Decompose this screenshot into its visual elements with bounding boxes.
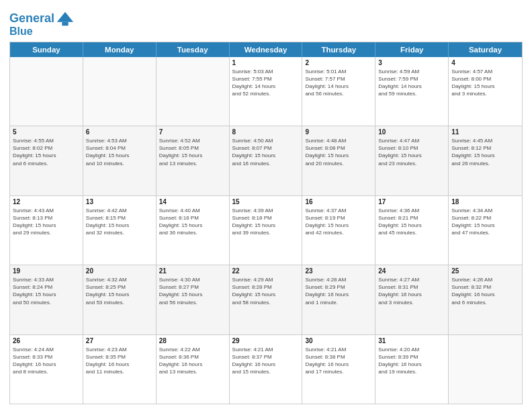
day-cell-15: 15Sunrise: 4:39 AM Sunset: 8:18 PM Dayli… [230,196,303,265]
cell-info: Sunrise: 4:21 AM Sunset: 8:38 PM Dayligh… [305,346,372,376]
empty-cell-r4c6 [449,335,522,404]
day-cell-9: 9Sunrise: 4:48 AM Sunset: 8:08 PM Daylig… [302,126,375,195]
cell-info: Sunrise: 4:26 AM Sunset: 8:32 PM Dayligh… [451,276,519,306]
day-cell-21: 21Sunrise: 4:30 AM Sunset: 8:27 PM Dayli… [157,265,230,334]
day-number: 12 [13,198,80,205]
day-cell-24: 24Sunrise: 4:27 AM Sunset: 8:31 PM Dayli… [375,265,449,334]
day-cell-4: 4Sunrise: 4:57 AM Sunset: 8:00 PM Daylig… [449,57,522,126]
day-cell-30: 30Sunrise: 4:21 AM Sunset: 8:38 PM Dayli… [302,335,375,404]
day-number: 24 [378,267,445,275]
day-number: 21 [159,267,226,275]
calendar-body: 1Sunrise: 5:03 AM Sunset: 7:55 PM Daylig… [10,57,522,404]
cell-info: Sunrise: 4:29 AM Sunset: 8:28 PM Dayligh… [232,276,300,306]
day-cell-12: 12Sunrise: 4:43 AM Sunset: 8:13 PM Dayli… [10,196,83,265]
cal-header-sunday: Sunday [10,42,83,57]
cell-info: Sunrise: 4:21 AM Sunset: 8:37 PM Dayligh… [232,346,300,376]
day-number: 18 [451,198,519,205]
cell-info: Sunrise: 4:52 AM Sunset: 8:05 PM Dayligh… [159,137,226,167]
day-number: 30 [305,337,372,345]
logo: General Blue [9,9,75,38]
day-number: 1 [232,59,300,66]
day-cell-31: 31Sunrise: 4:20 AM Sunset: 8:39 PM Dayli… [375,335,449,404]
day-cell-14: 14Sunrise: 4:40 AM Sunset: 8:16 PM Dayli… [157,196,230,265]
day-cell-13: 13Sunrise: 4:42 AM Sunset: 8:15 PM Dayli… [83,196,157,265]
cal-header-saturday: Saturday [449,42,522,57]
cell-info: Sunrise: 4:40 AM Sunset: 8:16 PM Dayligh… [159,207,226,237]
cell-info: Sunrise: 4:37 AM Sunset: 8:19 PM Dayligh… [305,207,372,237]
logo-icon [56,9,75,28]
cell-info: Sunrise: 4:39 AM Sunset: 8:18 PM Dayligh… [232,207,300,237]
cell-info: Sunrise: 4:42 AM Sunset: 8:15 PM Dayligh… [86,207,153,237]
day-cell-22: 22Sunrise: 4:29 AM Sunset: 8:28 PM Dayli… [230,265,303,334]
calendar-row-4: 19Sunrise: 4:33 AM Sunset: 8:24 PM Dayli… [10,265,522,334]
empty-cell-r0c0 [10,57,83,126]
empty-cell-r0c1 [83,57,157,126]
cell-info: Sunrise: 4:50 AM Sunset: 8:07 PM Dayligh… [232,137,300,167]
day-cell-5: 5Sunrise: 4:55 AM Sunset: 8:02 PM Daylig… [10,126,83,195]
cell-info: Sunrise: 4:28 AM Sunset: 8:29 PM Dayligh… [305,276,372,306]
day-cell-8: 8Sunrise: 4:50 AM Sunset: 8:07 PM Daylig… [230,126,303,195]
day-cell-1: 1Sunrise: 5:03 AM Sunset: 7:55 PM Daylig… [230,57,303,126]
day-number: 11 [451,128,519,136]
calendar-row-1: 1Sunrise: 5:03 AM Sunset: 7:55 PM Daylig… [10,57,522,126]
day-number: 14 [159,198,226,205]
calendar-row-3: 12Sunrise: 4:43 AM Sunset: 8:13 PM Dayli… [10,195,522,265]
day-number: 27 [86,337,153,345]
day-cell-20: 20Sunrise: 4:32 AM Sunset: 8:25 PM Dayli… [83,265,157,334]
day-number: 4 [451,59,519,66]
cell-info: Sunrise: 4:33 AM Sunset: 8:24 PM Dayligh… [13,276,80,306]
day-cell-3: 3Sunrise: 4:59 AM Sunset: 7:59 PM Daylig… [375,57,449,126]
day-number: 26 [13,337,80,345]
day-number: 6 [86,128,153,136]
day-number: 28 [159,337,226,345]
day-number: 15 [232,198,300,205]
day-number: 3 [378,59,445,66]
day-number: 29 [232,337,300,345]
day-number: 25 [451,267,519,275]
day-number: 16 [305,198,372,205]
day-cell-26: 26Sunrise: 4:24 AM Sunset: 8:33 PM Dayli… [10,335,83,404]
cell-info: Sunrise: 4:34 AM Sunset: 8:22 PM Dayligh… [451,207,519,237]
calendar-row-5: 26Sunrise: 4:24 AM Sunset: 8:33 PM Dayli… [10,334,522,404]
cell-info: Sunrise: 4:24 AM Sunset: 8:33 PM Dayligh… [13,346,80,376]
day-cell-11: 11Sunrise: 4:45 AM Sunset: 8:12 PM Dayli… [449,126,522,195]
day-cell-7: 7Sunrise: 4:52 AM Sunset: 8:05 PM Daylig… [157,126,230,195]
svg-rect-1 [62,22,68,26]
day-number: 31 [378,337,445,345]
day-cell-19: 19Sunrise: 4:33 AM Sunset: 8:24 PM Dayli… [10,265,83,334]
day-cell-2: 2Sunrise: 5:01 AM Sunset: 7:57 PM Daylig… [302,57,375,126]
day-number: 7 [159,128,226,136]
cell-info: Sunrise: 4:30 AM Sunset: 8:27 PM Dayligh… [159,276,226,306]
cell-info: Sunrise: 5:03 AM Sunset: 7:55 PM Dayligh… [232,68,300,98]
cell-info: Sunrise: 4:43 AM Sunset: 8:13 PM Dayligh… [13,207,80,237]
day-cell-27: 27Sunrise: 4:23 AM Sunset: 8:35 PM Dayli… [83,335,157,404]
day-number: 13 [86,198,153,205]
day-cell-6: 6Sunrise: 4:53 AM Sunset: 8:04 PM Daylig… [83,126,157,195]
calendar: SundayMondayTuesdayWednesdayThursdayFrid… [9,42,523,404]
cell-info: Sunrise: 4:27 AM Sunset: 8:31 PM Dayligh… [378,276,445,306]
day-cell-17: 17Sunrise: 4:36 AM Sunset: 8:21 PM Dayli… [375,196,449,265]
cell-info: Sunrise: 4:47 AM Sunset: 8:10 PM Dayligh… [378,137,445,167]
cell-info: Sunrise: 4:36 AM Sunset: 8:21 PM Dayligh… [378,207,445,237]
day-number: 2 [305,59,372,66]
calendar-row-2: 5Sunrise: 4:55 AM Sunset: 8:02 PM Daylig… [10,126,522,195]
day-cell-18: 18Sunrise: 4:34 AM Sunset: 8:22 PM Dayli… [449,196,522,265]
day-number: 10 [378,128,445,136]
day-number: 19 [13,267,80,275]
day-number: 22 [232,267,300,275]
cell-info: Sunrise: 4:23 AM Sunset: 8:35 PM Dayligh… [86,346,153,376]
day-number: 9 [305,128,372,136]
calendar-header: SundayMondayTuesdayWednesdayThursdayFrid… [10,42,522,57]
cell-info: Sunrise: 4:20 AM Sunset: 8:39 PM Dayligh… [378,346,445,376]
day-number: 17 [378,198,445,205]
day-cell-23: 23Sunrise: 4:28 AM Sunset: 8:29 PM Dayli… [302,265,375,334]
cell-info: Sunrise: 4:53 AM Sunset: 8:04 PM Dayligh… [86,137,153,167]
day-cell-16: 16Sunrise: 4:37 AM Sunset: 8:19 PM Dayli… [302,196,375,265]
cal-header-monday: Monday [83,42,157,57]
day-cell-25: 25Sunrise: 4:26 AM Sunset: 8:32 PM Dayli… [449,265,522,334]
cell-info: Sunrise: 5:01 AM Sunset: 7:57 PM Dayligh… [305,68,372,98]
day-number: 5 [13,128,80,136]
header: General Blue [9,7,523,38]
cal-header-thursday: Thursday [302,42,375,57]
day-cell-29: 29Sunrise: 4:21 AM Sunset: 8:37 PM Dayli… [230,335,303,404]
